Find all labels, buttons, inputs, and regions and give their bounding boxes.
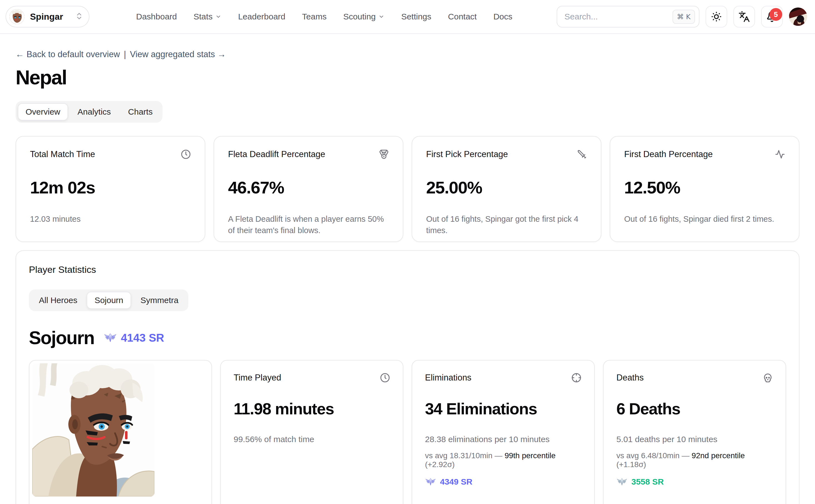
- clock-icon: [181, 149, 191, 160]
- first-death-card: First Death Percentage 12.50% Out of 16 …: [610, 136, 799, 242]
- percentile-value: 92nd percentile: [692, 451, 745, 460]
- card-value: 12.50%: [624, 178, 785, 197]
- deaths-card: Deaths 6 Deaths 5.01 deaths per 10 minut…: [603, 360, 786, 504]
- user-avatar[interactable]: [789, 7, 807, 26]
- sword-icon: [577, 149, 587, 160]
- card-title: Deaths: [617, 373, 644, 383]
- tab-symmetra[interactable]: Symmetra: [133, 292, 186, 309]
- nav-settings[interactable]: Settings: [401, 12, 431, 21]
- eliminations-card: Eliminations 34 Eliminations 28.38 elimi…: [412, 360, 595, 504]
- sr-line: 4349 SR: [425, 476, 581, 487]
- languages-icon: [738, 11, 750, 22]
- stat-value: 11.98 minutes: [234, 399, 390, 418]
- chevron-down-icon: [378, 14, 384, 20]
- hero-cards-row: Time Played 11.98 minutes 99.56% of matc…: [29, 360, 786, 504]
- navbar: Spingar Dashboard Stats Leaderboard Team…: [0, 0, 815, 34]
- hero-header: Sojourn 4143 SR: [29, 327, 786, 348]
- card-description: A Fleta Deadlift is when a player earns …: [228, 213, 389, 236]
- stat-vs-average: vs avg 6.48/10min — 92nd percentile (+1.…: [617, 451, 773, 469]
- card-title: Eliminations: [425, 373, 471, 383]
- notification-count-badge: 5: [769, 8, 782, 21]
- hero-sr: 4143 SR: [104, 331, 164, 344]
- sigma-value: (+1.18σ): [617, 460, 646, 469]
- page-title: Nepal: [16, 66, 799, 89]
- chevron-down-icon: [215, 14, 222, 20]
- stat-value: 6 Deaths: [617, 399, 773, 418]
- first-pick-card: First Pick Percentage 25.00% Out of 16 f…: [412, 136, 601, 242]
- sr-value: 3558 SR: [632, 477, 664, 487]
- search-box[interactable]: ⌘ K: [557, 6, 700, 27]
- tab-sojourn[interactable]: Sojourn: [87, 292, 131, 309]
- page-tabs: Overview Analytics Charts: [16, 101, 162, 123]
- stat-rate: 28.38 eliminations per 10 minutes: [425, 435, 581, 444]
- search-shortcut-kbd: ⌘ K: [673, 10, 695, 24]
- rank-badge-icon: [617, 476, 628, 487]
- breadcrumb: ← Back to default overview | View aggreg…: [16, 49, 799, 59]
- stat-description: 99.56% of match time: [234, 435, 390, 444]
- breadcrumb-separator: |: [124, 49, 126, 59]
- tab-charts[interactable]: Charts: [120, 103, 160, 120]
- nav-scouting[interactable]: Scouting: [343, 12, 385, 21]
- total-match-time-card: Total Match Time 12m 02s 12.03 minutes: [16, 136, 205, 242]
- language-button[interactable]: [733, 6, 755, 27]
- card-value: 25.00%: [426, 178, 587, 197]
- percentile-value: 99th percentile: [504, 451, 555, 460]
- sigma-value: (+2.92σ): [425, 460, 455, 469]
- nav-leaderboard[interactable]: Leaderboard: [238, 12, 285, 21]
- player-selector-label: Spingar: [30, 12, 69, 22]
- time-played-card: Time Played 11.98 minutes 99.56% of matc…: [220, 360, 403, 504]
- theme-toggle-button[interactable]: [706, 6, 727, 27]
- navbar-right: ⌘ K 5: [557, 6, 807, 27]
- card-value: 12m 02s: [30, 178, 191, 197]
- sr-value: 4349 SR: [440, 477, 472, 487]
- card-description: 12.03 minutes: [30, 213, 191, 225]
- nav-teams[interactable]: Teams: [302, 12, 326, 21]
- main-nav: Dashboard Stats Leaderboard Teams Scouti…: [136, 12, 512, 21]
- back-link[interactable]: ← Back to default overview: [16, 49, 120, 59]
- player-selector[interactable]: Spingar: [6, 6, 89, 27]
- crosshair-icon: [571, 373, 581, 384]
- card-title: First Pick Percentage: [426, 149, 508, 159]
- sun-icon: [711, 11, 722, 22]
- chevrons-up-down-icon: [75, 12, 83, 21]
- card-description: Out of 16 fights, Spingar died first 2 t…: [624, 213, 785, 225]
- search-input[interactable]: [564, 12, 673, 21]
- tab-analytics[interactable]: Analytics: [70, 103, 119, 120]
- nav-dashboard[interactable]: Dashboard: [136, 12, 177, 21]
- skull-icon: [763, 373, 773, 384]
- clock-icon: [380, 373, 390, 384]
- card-title: Time Played: [234, 373, 281, 383]
- hero-name: Sojourn: [29, 327, 94, 348]
- main-content: ← Back to default overview | View aggreg…: [0, 49, 815, 504]
- card-title: First Death Percentage: [624, 149, 713, 159]
- player-avatar-icon: [9, 9, 24, 24]
- card-title: Fleta Deadlift Percentage: [228, 149, 325, 159]
- hero-sr-value: 4143 SR: [121, 332, 164, 344]
- aggregated-stats-link[interactable]: View aggregated stats →: [130, 49, 226, 59]
- nav-contact[interactable]: Contact: [448, 12, 477, 21]
- card-description: Out of 16 fights, Spingar got the first …: [426, 213, 587, 236]
- panel-title: Player Statistics: [29, 264, 786, 275]
- player-statistics-panel: Player Statistics All Heroes Sojourn Sym…: [16, 250, 799, 504]
- hero-tabs: All Heroes Sojourn Symmetra: [29, 289, 188, 311]
- rank-badge-icon: [104, 331, 117, 344]
- nav-docs[interactable]: Docs: [493, 12, 512, 21]
- card-title: Total Match Time: [30, 149, 95, 159]
- nav-stats[interactable]: Stats: [193, 12, 222, 21]
- medal-icon: [379, 149, 389, 160]
- tab-all-heroes[interactable]: All Heroes: [31, 292, 85, 309]
- stat-rate: 5.01 deaths per 10 minutes: [617, 435, 773, 444]
- notifications-button[interactable]: 5: [761, 6, 783, 27]
- hero-portrait-image: [32, 363, 154, 497]
- activity-icon: [775, 149, 785, 160]
- sr-line: 3558 SR: [617, 476, 773, 487]
- stat-vs-average: vs avg 18.31/10min — 99th percentile (+2…: [425, 451, 581, 469]
- fleta-deadlift-card: Fleta Deadlift Percentage 46.67% A Fleta…: [214, 136, 403, 242]
- stat-value: 34 Eliminations: [425, 399, 581, 418]
- hero-portrait-card: [29, 360, 212, 504]
- summary-cards-row: Total Match Time 12m 02s 12.03 minutes F…: [16, 136, 799, 242]
- rank-badge-icon: [425, 476, 436, 487]
- tab-overview[interactable]: Overview: [18, 103, 68, 120]
- card-value: 46.67%: [228, 178, 389, 197]
